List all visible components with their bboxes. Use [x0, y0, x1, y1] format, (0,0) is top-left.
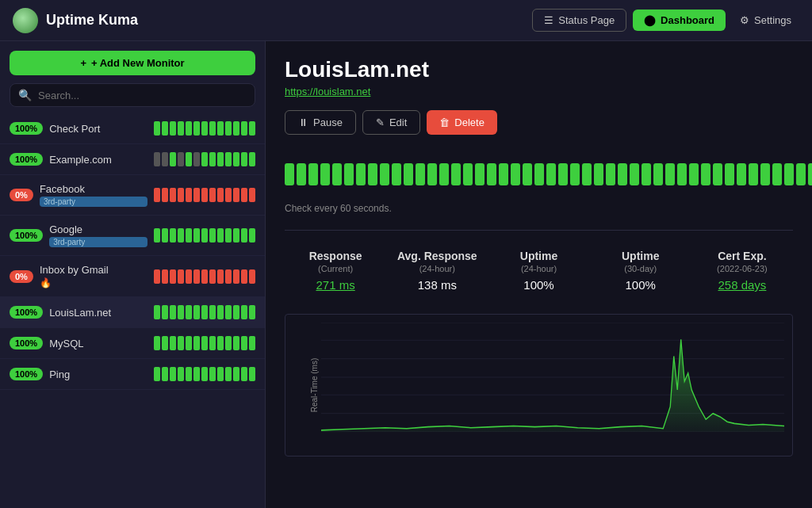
heartbeat-bar [178, 336, 184, 350]
circle-icon: ⬤ [644, 14, 656, 26]
uptime-bar-segment [630, 163, 639, 185]
heartbeat-bar [241, 305, 247, 319]
heartbeat-bar [178, 152, 184, 166]
uptime-bar-segment [737, 163, 746, 185]
uptime-bar-segment [463, 163, 473, 185]
uptime-bar-segment [677, 163, 687, 185]
uptime-bar-segment [582, 163, 592, 185]
heartbeat-bar [154, 269, 160, 284]
uptime-bar-segment [332, 163, 342, 185]
dashboard-button[interactable]: ⬤ Dashboard [633, 10, 726, 31]
heartbeat-bar [178, 121, 184, 136]
status-badge: 100% [10, 122, 43, 135]
heartbeat-bar [201, 336, 208, 350]
heartbeat-row [154, 188, 255, 202]
status-badge: 100% [10, 306, 43, 319]
stat-uptime30-sublabel: (30-day) [593, 264, 688, 273]
content-panel: LouisLam.net https://louislam.net ⏸ Paus… [266, 41, 812, 508]
heartbeat-bar [225, 188, 232, 202]
monitor-item[interactable]: 100% Google 3rd-party [0, 216, 265, 256]
heartbeat-bar [186, 367, 192, 381]
monitor-item[interactable]: 0% Facebook 3rd-party [0, 175, 265, 216]
status-badge: 100% [10, 337, 43, 349]
edit-label: Edit [389, 116, 407, 128]
uptime-bar-segment [511, 163, 520, 185]
heartbeat-bar [170, 367, 176, 381]
delete-button[interactable]: 🗑 Delete [427, 110, 497, 135]
heartbeat-bar [241, 367, 247, 381]
monitor-name: Inbox by Gmail [40, 264, 147, 276]
heartbeat-bar [186, 336, 192, 350]
search-input[interactable] [38, 90, 247, 101]
uptime-bar-segment [772, 163, 782, 185]
monitor-tag: 3rd-party [49, 237, 147, 247]
pause-icon: ⏸ [298, 116, 308, 128]
heartbeat-bar [170, 269, 176, 284]
uptime-bar-segment [546, 163, 556, 185]
stat-response-sublabel: (Current) [288, 264, 383, 273]
monitor-info: Example.com [49, 154, 147, 166]
stat-uptime30-value: 100% [593, 278, 688, 292]
heartbeat-bar [241, 188, 247, 202]
pause-button[interactable]: ⏸ Pause [285, 110, 356, 135]
monitor-item[interactable]: 100% MySQL [0, 328, 265, 359]
edit-button[interactable]: ✎ Edit [362, 110, 420, 135]
uptime-bars [285, 163, 812, 185]
heartbeat-bar [249, 188, 255, 202]
dashboard-label: Dashboard [661, 14, 714, 26]
heartbeat-bar [233, 367, 239, 381]
settings-button[interactable]: ⚙ Settings [732, 10, 799, 31]
heartbeat-bar [178, 228, 184, 243]
uptime-bar-segment [356, 163, 366, 185]
stat-avg-value: 138 ms [389, 278, 485, 292]
settings-label: Settings [754, 14, 791, 26]
header: Uptime Kuma ☰ Status Page ⬤ Dashboard ⚙ … [0, 0, 812, 41]
status-badge: 100% [10, 368, 43, 380]
uptime-bar-segment [451, 163, 461, 185]
heartbeat-bar [241, 336, 247, 350]
stat-response-link[interactable]: 271 ms [316, 278, 355, 292]
uptime-bar-segment [784, 163, 794, 185]
monitor-item[interactable]: 0% Inbox by Gmail 🔥 [0, 256, 265, 297]
stat-uptime-24h: Uptime (24-hour) 100% [488, 243, 589, 298]
monitor-item[interactable]: 100% LouisLam.net [0, 297, 265, 328]
stat-cert-sublabel: (2022-06-23) [695, 264, 790, 273]
uptime-bar-segment [368, 163, 377, 185]
status-page-button[interactable]: ☰ Status Page [532, 9, 626, 32]
uptime-bar-segment [285, 163, 294, 185]
uptime-bar-segment [392, 163, 401, 185]
heartbeat-bar [162, 305, 168, 319]
uptime-bar-segment [796, 163, 806, 185]
stat-cert-link[interactable]: 258 days [718, 278, 766, 292]
check-interval: Check every 60 seconds. [285, 203, 793, 214]
heartbeat-bar [178, 269, 184, 284]
heartbeat-bar [193, 121, 200, 136]
monitor-item[interactable]: 100% Ping [0, 359, 265, 390]
monitor-info: Ping [49, 369, 147, 380]
uptime-bar-segment [487, 163, 496, 185]
add-monitor-button[interactable]: + + Add New Monitor [10, 51, 255, 75]
uptime-bar-segment [475, 163, 485, 185]
heartbeat-bar [162, 228, 168, 243]
heartbeat-bar [201, 305, 208, 319]
heartbeat-bar [201, 188, 208, 202]
monitor-name: Facebook [40, 183, 147, 195]
sidebar: + + Add New Monitor 🔍 100% Check Port 10… [0, 41, 266, 508]
heartbeat-bar [241, 228, 247, 243]
monitor-url[interactable]: https://louislam.net [285, 86, 793, 97]
heartbeat-bar [209, 305, 216, 319]
heartbeat-bar [225, 367, 232, 381]
app-logo: Uptime Kuma [13, 8, 532, 33]
monitor-item[interactable]: 100% Example.com [0, 144, 265, 175]
heartbeat-bar [170, 305, 176, 319]
monitor-item[interactable]: 100% Check Port [0, 113, 265, 144]
heartbeat-bar [233, 269, 239, 284]
sidebar-top: + + Add New Monitor 🔍 [0, 41, 265, 113]
heartbeat-bar [225, 121, 232, 136]
monitor-title: LouisLam.net [285, 57, 793, 82]
uptime-bar-segment [499, 163, 508, 185]
uptime-bar-segment [380, 163, 389, 185]
heartbeat-bar [209, 336, 216, 350]
heartbeat-bar [170, 336, 176, 350]
heartbeat-bar [154, 121, 160, 136]
